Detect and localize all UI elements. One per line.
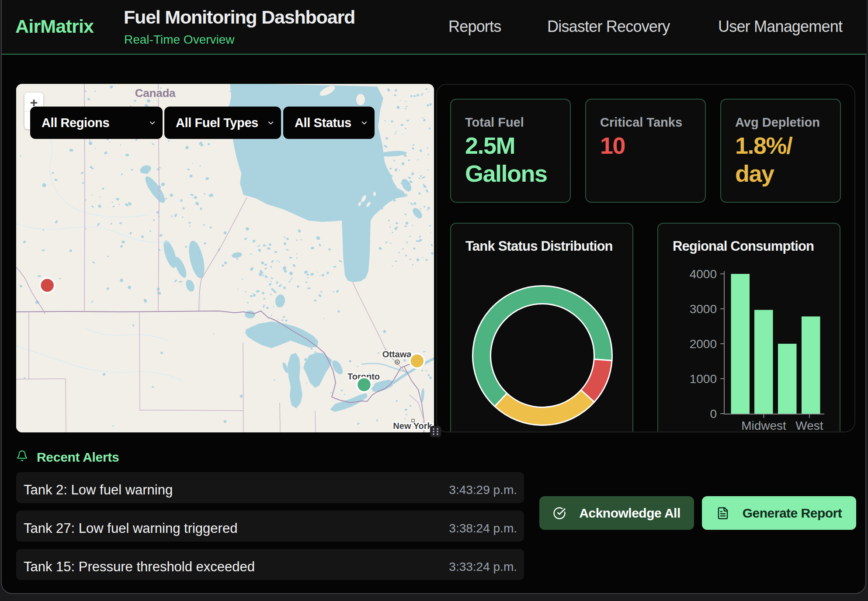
svg-text:4000: 4000	[690, 267, 717, 281]
svg-text:2000: 2000	[690, 337, 717, 351]
svg-text:1000: 1000	[690, 372, 717, 386]
svg-text:0: 0	[710, 407, 717, 421]
svg-text:New York: New York	[393, 421, 432, 431]
svg-text:Canada: Canada	[135, 86, 176, 100]
svg-text:Midwest: Midwest	[741, 419, 786, 432]
svg-text:Ottawa: Ottawa	[382, 349, 412, 359]
svg-text:3000: 3000	[690, 302, 717, 316]
svg-text:West: West	[795, 419, 823, 432]
